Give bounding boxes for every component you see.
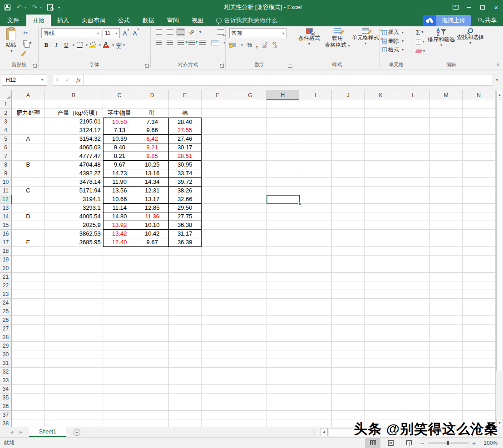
cell-I37[interactable] [299,411,332,419]
cell-B36[interactable] [45,402,103,411]
sort-filter-button[interactable]: AZ 排序和筛选 ▾ [427,28,456,61]
insert-cells-button[interactable]: 插入▾ [380,28,413,37]
cell-A13[interactable] [12,204,45,212]
cell-C38[interactable] [103,419,136,427]
row-header-36[interactable]: 36 [0,402,12,411]
accounting-format-icon[interactable] [229,43,236,47]
cell-J3[interactable] [332,118,365,126]
cell-F23[interactable] [202,290,234,299]
clipboard-dialog-launcher[interactable] [33,64,37,68]
cell-H17[interactable] [267,238,300,247]
conditional-formatting-button[interactable]: 条件格式 ▾ [295,28,323,61]
cell-D21[interactable] [136,273,169,281]
cell-B2[interactable]: 产量（kg/公顷） [45,109,103,118]
cell-L32[interactable] [397,368,430,376]
redo-icon[interactable]: ↷ [31,4,38,11]
cell-M4[interactable] [430,126,463,135]
cell-J25[interactable] [332,307,365,316]
cell-L31[interactable] [397,359,430,368]
cell-D38[interactable] [136,419,169,427]
page-layout-view-button[interactable] [383,438,399,448]
cell-E31[interactable] [169,359,202,368]
cell-M27[interactable] [430,325,463,333]
row-header-25[interactable]: 25 [0,307,12,316]
cell-I6[interactable] [299,143,332,152]
cell-I36[interactable] [299,402,332,411]
cell-H30[interactable] [266,350,299,359]
cell-B21[interactable] [45,273,103,281]
cell-M6[interactable] [430,143,463,152]
cell-F7[interactable] [202,152,234,161]
cell-M7[interactable] [430,152,463,161]
cell-G30[interactable] [234,350,267,359]
cell-N35[interactable] [463,394,495,402]
ribbon-display-options-button[interactable] [449,0,462,15]
cell-K7[interactable] [365,152,397,161]
number-format-select[interactable]: 常规▾ [229,28,286,38]
cell-G14[interactable] [234,212,267,221]
row-header-34[interactable]: 34 [0,385,12,394]
cell-H16[interactable] [267,230,300,238]
cell-B37[interactable] [45,411,103,419]
vertical-scroll-thumb[interactable] [496,99,503,371]
cell-L2[interactable] [397,109,430,118]
cell-L13[interactable] [397,204,430,212]
cell-C12[interactable]: 10.66 [103,195,136,204]
cell-N4[interactable] [463,126,495,135]
cell-J23[interactable] [332,290,365,299]
cell-L34[interactable] [397,385,430,394]
cell-D5[interactable]: 6.42 [136,135,169,143]
cell-C9[interactable]: 14.73 [103,169,136,178]
cell-C14[interactable]: 14.80 [103,212,136,221]
cell-M12[interactable] [430,195,463,204]
cell-J37[interactable] [332,411,365,419]
cell-G15[interactable] [234,221,267,230]
cell-A30[interactable] [12,350,45,359]
cell-A19[interactable] [12,256,45,264]
cell-J28[interactable] [332,333,365,342]
cell-G21[interactable] [234,273,267,281]
cell-N37[interactable] [463,411,495,419]
cell-A28[interactable] [12,333,45,342]
cell-M21[interactable] [430,273,463,281]
cell-D1[interactable] [136,100,169,109]
cell-H18[interactable] [266,247,299,256]
cell-G9[interactable] [234,169,267,178]
cell-M10[interactable] [430,178,463,187]
netdisk-upload-button[interactable]: 拖拽上传 [423,15,471,26]
decrease-font-size-button[interactable]: A▼ [130,29,139,38]
cell-L23[interactable] [397,290,430,299]
cell-D18[interactable] [136,247,169,256]
cell-N19[interactable] [463,256,495,264]
underline-button[interactable]: U [62,40,71,49]
cell-B32[interactable] [45,368,103,376]
cell-E4[interactable]: 27.55 [169,126,202,135]
cell-M34[interactable] [430,385,463,394]
cell-N12[interactable] [463,195,495,204]
select-all-corner[interactable] [0,90,12,100]
cell-K14[interactable] [365,212,397,221]
cell-E2[interactable]: 穗 [169,109,202,118]
cell-E35[interactable] [169,394,202,402]
cell-L9[interactable] [397,169,430,178]
cell-H21[interactable] [266,273,299,281]
cell-F31[interactable] [202,359,234,368]
cell-C30[interactable] [103,350,136,359]
row-header-31[interactable]: 31 [0,359,12,368]
row-header-19[interactable]: 19 [0,256,12,264]
cell-C35[interactable] [103,394,136,402]
cell-A2[interactable]: 肥力处理 [12,109,45,118]
row-header-8[interactable]: 8 [0,161,12,169]
row-header-12[interactable]: 12 [0,195,12,204]
cell-J35[interactable] [332,394,365,402]
cell-A14[interactable]: D [12,212,45,221]
cell-C25[interactable] [103,307,136,316]
cell-K11[interactable] [365,187,397,195]
row-header-1[interactable]: 1 [0,100,12,109]
cell-H27[interactable] [266,325,299,333]
cell-F5[interactable] [202,135,234,143]
cell-F11[interactable] [202,187,234,195]
cell-N16[interactable] [463,230,495,238]
insert-function-icon[interactable]: fx [76,76,80,84]
cell-D9[interactable]: 13.16 [136,169,169,178]
